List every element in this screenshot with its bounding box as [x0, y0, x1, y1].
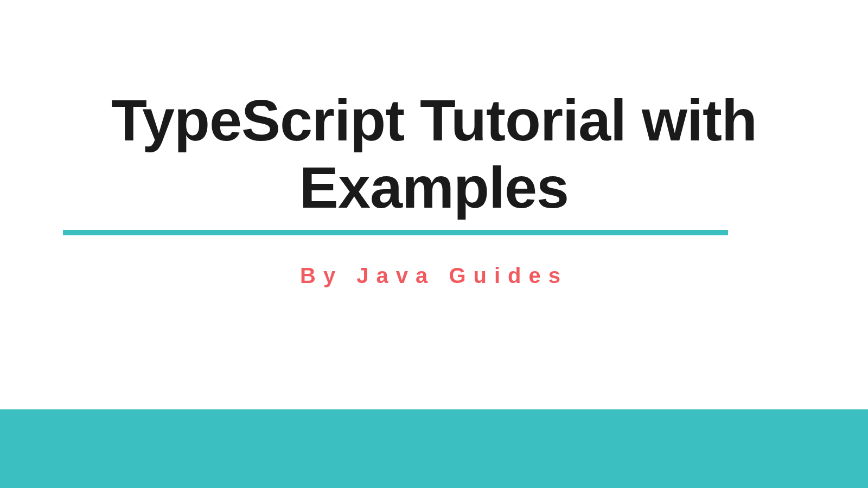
page-title: TypeScript Tutorial with Examples: [0, 87, 868, 221]
footer-bar: [0, 409, 868, 488]
page-subtitle: By Java Guides: [0, 264, 868, 288]
title-divider: [63, 230, 728, 235]
